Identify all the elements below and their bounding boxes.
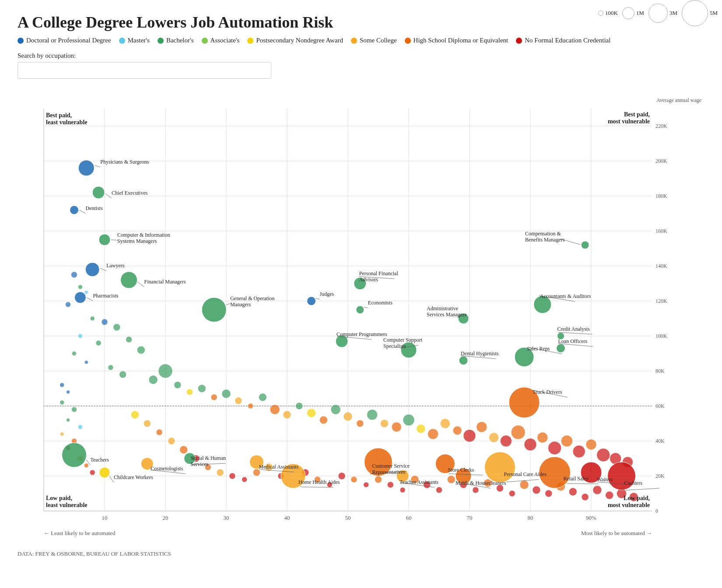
bubble[interactable] — [137, 346, 145, 354]
bubble-labeled[interactable] — [356, 306, 364, 314]
bubble[interactable] — [131, 411, 139, 419]
bubble[interactable] — [67, 418, 70, 422]
bubble[interactable] — [222, 389, 231, 398]
bubble[interactable] — [168, 438, 175, 444]
bubble[interactable] — [72, 351, 77, 356]
bubble[interactable] — [392, 422, 401, 432]
bubble[interactable] — [569, 488, 577, 496]
bubble-labeled[interactable] — [70, 206, 79, 214]
bubble[interactable] — [375, 476, 382, 483]
bubble[interactable] — [428, 429, 438, 439]
bubble-labeled[interactable] — [557, 344, 565, 353]
bubble[interactable] — [586, 439, 596, 450]
bubble[interactable] — [66, 302, 71, 307]
bubble[interactable] — [211, 394, 217, 400]
bubble[interactable] — [582, 494, 589, 500]
bubble[interactable] — [364, 482, 369, 487]
bubble[interactable] — [357, 420, 364, 427]
bubble-labeled[interactable] — [485, 452, 515, 483]
bubble[interactable] — [217, 469, 224, 476]
bubble[interactable] — [509, 490, 515, 497]
bubble[interactable] — [84, 290, 88, 294]
bubble[interactable] — [149, 375, 158, 384]
bubble[interactable] — [90, 316, 95, 321]
bubble[interactable] — [78, 334, 82, 338]
bubble[interactable] — [561, 435, 572, 447]
bubble[interactable] — [283, 411, 291, 419]
bubble[interactable] — [198, 385, 206, 392]
bubble-labeled[interactable] — [307, 297, 316, 305]
bubble[interactable] — [72, 407, 77, 412]
bubble[interactable] — [84, 463, 88, 468]
bubble[interactable] — [242, 477, 247, 482]
bubble[interactable] — [71, 272, 77, 278]
bubble[interactable] — [296, 402, 303, 410]
bubble-labeled[interactable] — [581, 241, 589, 249]
bubble[interactable] — [436, 487, 442, 493]
bubble[interactable] — [102, 319, 108, 325]
bubble[interactable] — [113, 324, 120, 331]
bubble[interactable] — [60, 383, 64, 387]
bubble[interactable] — [331, 405, 340, 414]
bubble[interactable] — [520, 480, 529, 489]
bubble[interactable] — [108, 365, 113, 370]
bubble-labeled[interactable] — [99, 234, 110, 245]
bubble[interactable] — [533, 486, 540, 494]
bubble[interactable] — [319, 416, 327, 424]
bubble[interactable] — [524, 438, 536, 451]
bubble[interactable] — [351, 476, 357, 483]
bubble[interactable] — [90, 470, 95, 475]
bubble[interactable] — [270, 405, 280, 414]
bubble[interactable] — [548, 441, 561, 455]
bubble[interactable] — [253, 469, 260, 476]
bubble-labeled[interactable] — [74, 292, 86, 303]
bubble[interactable] — [84, 360, 88, 364]
bubble[interactable] — [489, 433, 499, 442]
bubble[interactable] — [367, 410, 378, 420]
bubble-labeled[interactable] — [202, 298, 226, 322]
bubble[interactable] — [248, 403, 253, 409]
bubble[interactable] — [573, 445, 585, 458]
bubble[interactable] — [500, 435, 512, 447]
bubble-labeled[interactable] — [78, 160, 94, 176]
bubble[interactable] — [96, 340, 101, 346]
bubble[interactable] — [156, 429, 162, 435]
bubble[interactable] — [187, 389, 193, 395]
bubble[interactable] — [511, 425, 525, 439]
bubble[interactable] — [60, 432, 64, 436]
bubble[interactable] — [400, 487, 405, 493]
bubble[interactable] — [473, 487, 479, 493]
bubble[interactable] — [307, 409, 316, 417]
bubble[interactable] — [403, 414, 414, 426]
search-input[interactable] — [18, 62, 271, 79]
bubble[interactable] — [477, 422, 487, 432]
bubble[interactable] — [417, 424, 425, 433]
bubble[interactable] — [259, 393, 266, 401]
bubble[interactable] — [380, 420, 388, 427]
bubble[interactable] — [597, 448, 610, 462]
bubble[interactable] — [593, 486, 602, 494]
bubble[interactable] — [60, 400, 64, 405]
bubble[interactable] — [537, 432, 548, 443]
bubble[interactable] — [158, 364, 172, 378]
bubble[interactable] — [235, 397, 242, 404]
bubble[interactable] — [67, 390, 70, 394]
bubble[interactable] — [78, 425, 82, 429]
bubble[interactable] — [144, 420, 151, 427]
bubble-labeled[interactable] — [62, 443, 87, 467]
bubble[interactable] — [440, 419, 450, 428]
bubble-labeled[interactable] — [92, 186, 105, 199]
bubble-labeled[interactable] — [85, 262, 99, 276]
bubble[interactable] — [338, 472, 345, 480]
bubble[interactable] — [545, 490, 552, 497]
bubble[interactable] — [453, 426, 462, 435]
bubble[interactable] — [229, 473, 235, 479]
bubble[interactable] — [126, 336, 132, 343]
bubble-labeled[interactable] — [459, 356, 468, 365]
bubble[interactable] — [174, 382, 181, 388]
bubble[interactable] — [343, 412, 352, 421]
bubble-labeled[interactable] — [121, 272, 137, 288]
bubble[interactable] — [78, 285, 82, 289]
bubble[interactable] — [447, 476, 455, 483]
bubble[interactable] — [119, 371, 126, 378]
